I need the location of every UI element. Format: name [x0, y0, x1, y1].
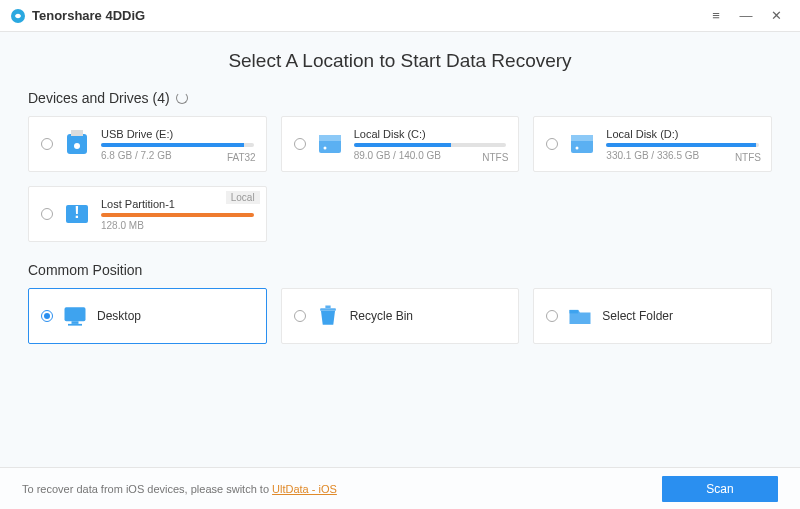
main-panel: Select A Location to Start Data Recovery…: [0, 32, 800, 467]
radio-icon[interactable]: [546, 138, 558, 150]
radio-icon[interactable]: [294, 310, 306, 322]
filesystem-tag: NTFS: [735, 152, 761, 163]
scan-button[interactable]: Scan: [662, 476, 778, 502]
position-card[interactable]: Recycle Bin: [281, 288, 520, 344]
radio-icon[interactable]: [294, 138, 306, 150]
svg-rect-12: [65, 307, 86, 321]
svg-rect-5: [319, 135, 341, 141]
window-controls: ≡ — ✕: [702, 5, 790, 27]
svg-rect-14: [68, 324, 82, 326]
position-label: Desktop: [97, 309, 141, 323]
svg-point-3: [74, 143, 80, 149]
svg-text:!: !: [74, 204, 79, 221]
positions-section-label: Commom Position: [28, 262, 772, 278]
drive-meta: 128.0 MB: [101, 220, 254, 231]
drive-card[interactable]: Local Disk (C:)89.0 GB / 140.0 GBNTFS: [281, 116, 520, 172]
drive-name: Local Disk (C:): [354, 128, 507, 140]
position-card[interactable]: Desktop: [28, 288, 267, 344]
app-brand: Tenorshare 4DDiG: [10, 8, 145, 24]
page-title: Select A Location to Start Data Recovery: [28, 50, 772, 72]
position-card[interactable]: Select Folder: [533, 288, 772, 344]
position-label: Select Folder: [602, 309, 673, 323]
app-name: Tenorshare 4DDiG: [32, 8, 145, 23]
svg-rect-17: [570, 310, 579, 314]
refresh-icon[interactable]: [176, 92, 188, 104]
radio-icon[interactable]: [41, 208, 53, 220]
titlebar: Tenorshare 4DDiG ≡ — ✕: [0, 0, 800, 32]
devices-section-label: Devices and Drives (4): [28, 90, 772, 106]
drive-name: USB Drive (E:): [101, 128, 254, 140]
svg-rect-16: [325, 306, 330, 309]
usage-bar: [101, 213, 254, 217]
minimize-icon[interactable]: —: [732, 5, 760, 27]
svg-rect-15: [320, 308, 336, 311]
filesystem-tag: NTFS: [482, 152, 508, 163]
drive-card[interactable]: Local Disk (D:)330.1 GB / 336.5 GBNTFS: [533, 116, 772, 172]
usage-bar: [606, 143, 759, 147]
radio-icon[interactable]: [41, 310, 53, 322]
ultdata-link[interactable]: UltData - iOS: [272, 483, 337, 495]
radio-icon[interactable]: [41, 138, 53, 150]
footer-text: To recover data from iOS devices, please…: [22, 483, 337, 495]
close-icon[interactable]: ✕: [762, 5, 790, 27]
positions-grid: DesktopRecycle BinSelect Folder: [28, 288, 772, 344]
svg-rect-2: [71, 130, 83, 136]
local-tag: Local: [226, 191, 260, 204]
svg-point-6: [323, 147, 326, 150]
svg-rect-8: [571, 135, 593, 141]
position-label: Recycle Bin: [350, 309, 413, 323]
footer-bar: To recover data from iOS devices, please…: [0, 467, 800, 509]
drive-card[interactable]: USB Drive (E:)6.8 GB / 7.2 GBFAT32: [28, 116, 267, 172]
filesystem-tag: FAT32: [227, 152, 256, 163]
drive-card[interactable]: !Lost Partition-1128.0 MBLocal: [28, 186, 267, 242]
svg-rect-13: [72, 321, 79, 324]
drive-name: Local Disk (D:): [606, 128, 759, 140]
brand-logo-icon: [10, 8, 26, 24]
usage-bar: [101, 143, 254, 147]
svg-point-9: [576, 147, 579, 150]
radio-icon[interactable]: [546, 310, 558, 322]
usage-bar: [354, 143, 507, 147]
drives-grid: USB Drive (E:)6.8 GB / 7.2 GBFAT32Local …: [28, 116, 772, 242]
menu-icon[interactable]: ≡: [702, 5, 730, 27]
